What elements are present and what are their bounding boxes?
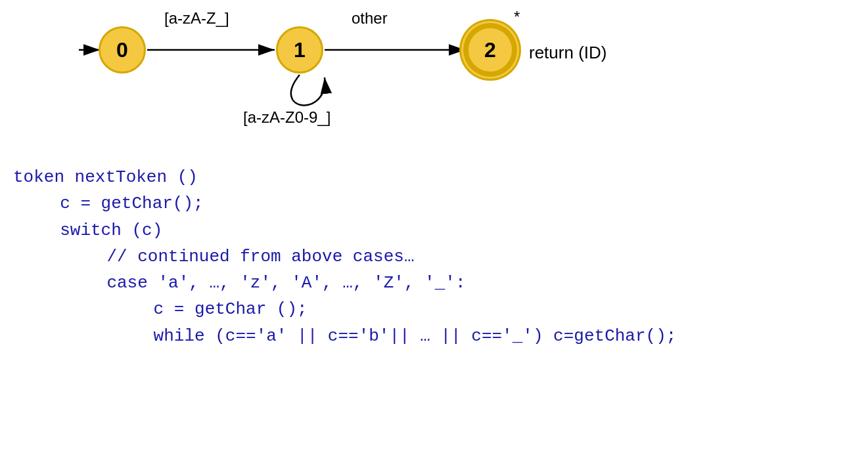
node-1: 1 <box>276 26 323 74</box>
label-1loop: [a-zA-Z0-9_] <box>243 108 331 127</box>
label-1to2: other <box>352 9 388 28</box>
code-line-7: while (c=='a' || c=='b'|| … || c=='_') c… <box>13 323 868 349</box>
return-label: return (ID) <box>529 43 606 63</box>
code-line-5: case 'a', …, 'z', 'A', …, 'Z', '_': <box>13 270 868 296</box>
page-container: 0 1 2 [a-zA-Z_] other [a-zA-Z0-9_] * ret… <box>0 0 868 468</box>
label-0to1: [a-zA-Z_] <box>164 9 229 28</box>
node-0-label: 0 <box>116 38 128 62</box>
code-line-4: // continued from above cases… <box>13 244 868 270</box>
node-2-label: 2 <box>484 38 496 62</box>
node-1-label: 1 <box>294 38 306 62</box>
diagram-area: 0 1 2 [a-zA-Z_] other [a-zA-Z0-9_] * ret… <box>20 7 742 158</box>
code-line-6: c = getChar (); <box>13 296 868 322</box>
node-2: 2 <box>467 26 514 74</box>
star-label: * <box>514 8 520 26</box>
code-area: token nextToken () c = getChar(); switch… <box>13 164 868 349</box>
node-0: 0 <box>99 26 146 74</box>
code-line-3: switch (c) <box>13 217 868 244</box>
code-line-2: c = getChar(); <box>13 190 868 217</box>
code-line-1: token nextToken () <box>13 164 868 190</box>
